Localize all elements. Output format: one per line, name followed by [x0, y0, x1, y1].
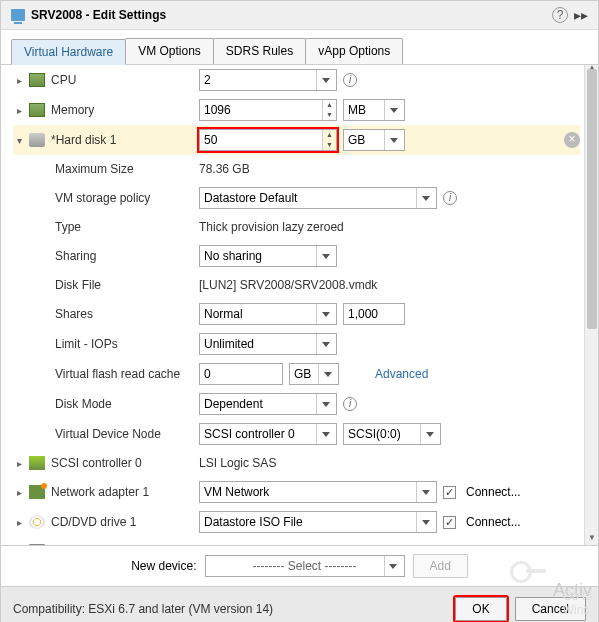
- cdrom-select[interactable]: Datastore ISO File: [199, 511, 437, 533]
- new-device-label: New device:: [131, 559, 196, 573]
- disk-unit: GB: [348, 133, 365, 147]
- row-hard-disk: ▾ *Hard disk 1 ▲▼ GB ×: [13, 125, 580, 155]
- chevron-down-icon: [420, 424, 438, 444]
- scroll-down-icon[interactable]: ▼: [587, 533, 597, 543]
- cd-icon: [29, 515, 45, 529]
- spin-up[interactable]: ▲: [323, 130, 336, 140]
- spin-up[interactable]: ▲: [323, 100, 336, 110]
- add-button: Add: [413, 554, 468, 578]
- tab-vapp-options[interactable]: vApp Options: [305, 38, 403, 64]
- cpu-icon: [29, 73, 45, 87]
- tab-sdrs-rules[interactable]: SDRS Rules: [213, 38, 306, 64]
- tabs: Virtual Hardware VM Options SDRS Rules v…: [1, 30, 598, 65]
- usb-icon: [29, 544, 45, 545]
- chevron-down-icon: [316, 394, 334, 414]
- compatibility-text: Compatibility: ESXi 6.7 and later (VM ve…: [13, 602, 455, 616]
- chevron-down-icon: [316, 70, 334, 90]
- footer: Compatibility: ESXi 6.7 and later (VM ve…: [1, 586, 598, 622]
- info-icon[interactable]: i: [343, 397, 357, 411]
- cancel-button[interactable]: Cancel: [515, 597, 586, 621]
- info-icon[interactable]: i: [443, 191, 457, 205]
- network-connect-checkbox[interactable]: [443, 486, 456, 499]
- shares-select[interactable]: Normal: [199, 303, 337, 325]
- storage-policy-select[interactable]: Datastore Default: [199, 187, 437, 209]
- disk-icon: [29, 133, 45, 147]
- expand-toggle[interactable]: ▸: [13, 458, 25, 469]
- limit-select[interactable]: Unlimited: [199, 333, 337, 355]
- disk-unit-select[interactable]: GB: [343, 129, 405, 151]
- chevron-down-icon: [384, 556, 402, 576]
- shares-number-input[interactable]: [343, 303, 405, 325]
- chevron-down-icon: [318, 364, 336, 384]
- memory-label: Memory: [51, 103, 94, 117]
- sharing-select[interactable]: No sharing: [199, 245, 337, 267]
- chevron-down-icon: [316, 424, 334, 444]
- expand-toggle[interactable]: ▸: [13, 517, 25, 528]
- flash-value-input[interactable]: [199, 363, 283, 385]
- cpu-select[interactable]: 2: [199, 69, 337, 91]
- chevron-down-icon: [316, 246, 334, 266]
- chevron-down-icon: [416, 188, 434, 208]
- disk-mode-select[interactable]: Dependent: [199, 393, 337, 415]
- expand-toggle[interactable]: ▸: [13, 105, 25, 116]
- row-flash-cache: Virtual flash read cache GB Advanced: [13, 359, 580, 389]
- max-size-value: 78.36 GB: [199, 160, 250, 178]
- vm-icon: [11, 9, 25, 21]
- chevron-down-icon: [384, 100, 402, 120]
- flash-unit-select[interactable]: GB: [289, 363, 339, 385]
- key-icon: [510, 561, 550, 581]
- remove-disk-button[interactable]: ×: [564, 132, 580, 148]
- row-cdrom: ▸ CD/DVD drive 1 Datastore ISO File Conn…: [13, 507, 580, 537]
- memory-spinner[interactable]: ▲▼: [199, 99, 337, 121]
- expand-toggle[interactable]: ▸: [13, 75, 25, 86]
- chevron-down-icon: [316, 334, 334, 354]
- info-icon[interactable]: i: [343, 73, 357, 87]
- disk-size-input[interactable]: [200, 130, 322, 150]
- node-slot-select[interactable]: SCSI(0:0): [343, 423, 441, 445]
- new-device-select[interactable]: -------- Select --------: [205, 555, 405, 577]
- disk-label: *Hard disk 1: [51, 133, 116, 147]
- row-scsi: ▸ SCSI controller 0 LSI Logic SAS: [13, 449, 580, 477]
- hardware-list: ▸ CPU 2 i ▸ Memory: [1, 65, 584, 545]
- help-icon[interactable]: ?: [552, 7, 568, 23]
- cpu-label: CPU: [51, 73, 76, 87]
- tab-virtual-hardware[interactable]: Virtual Hardware: [11, 39, 126, 65]
- expand-toggle[interactable]: ▸: [13, 487, 25, 498]
- row-disk-file: Disk File [LUN2] SRV2008/SRV2008.vmdk: [13, 271, 580, 299]
- row-device-node: Virtual Device Node SCSI controller 0 SC…: [13, 419, 580, 449]
- titlebar: SRV2008 - Edit Settings ? ▸▸: [1, 1, 598, 30]
- node-controller-select[interactable]: SCSI controller 0: [199, 423, 337, 445]
- chevron-down-icon: [416, 512, 434, 532]
- edit-settings-dialog: SRV2008 - Edit Settings ? ▸▸ Virtual Har…: [0, 0, 599, 622]
- memory-input[interactable]: [200, 100, 322, 120]
- ok-button[interactable]: OK: [455, 597, 506, 621]
- row-max-size: Maximum Size 78.36 GB: [13, 155, 580, 183]
- memory-unit-select[interactable]: MB: [343, 99, 405, 121]
- new-device-bar: New device: -------- Select -------- Add: [1, 545, 598, 586]
- chevron-down-icon: [384, 130, 402, 150]
- network-select[interactable]: VM Network: [199, 481, 437, 503]
- spin-down[interactable]: ▼: [323, 110, 336, 120]
- connect-label: Connect...: [466, 515, 521, 529]
- cpu-value: 2: [204, 73, 211, 87]
- row-shares: Shares Normal: [13, 299, 580, 329]
- expand-icon[interactable]: ▸▸: [574, 7, 588, 23]
- chevron-down-icon: [416, 482, 434, 502]
- scrollbar-thumb[interactable]: [587, 69, 597, 329]
- connect-label: Connect...: [466, 485, 521, 499]
- scrollbar[interactable]: ▲ ▼: [584, 65, 598, 545]
- tab-vm-options[interactable]: VM Options: [125, 38, 214, 64]
- usb-value: USB 2.0: [199, 542, 244, 545]
- dialog-title: SRV2008 - Edit Settings: [31, 8, 552, 22]
- row-cpu: ▸ CPU 2 i: [13, 65, 580, 95]
- cdrom-connect-checkbox[interactable]: [443, 516, 456, 529]
- collapse-toggle[interactable]: ▾: [13, 135, 25, 146]
- spin-down[interactable]: ▼: [323, 140, 336, 150]
- disk-size-spinner[interactable]: ▲▼: [199, 129, 337, 151]
- row-usb: ▸ USB controller USB 2.0: [13, 537, 580, 545]
- row-sharing: Sharing No sharing: [13, 241, 580, 271]
- row-type: Type Thick provision lazy zeroed: [13, 213, 580, 241]
- advanced-link[interactable]: Advanced: [375, 367, 428, 381]
- row-limit-iops: Limit - IOPs Unlimited: [13, 329, 580, 359]
- scsi-icon: [29, 456, 45, 470]
